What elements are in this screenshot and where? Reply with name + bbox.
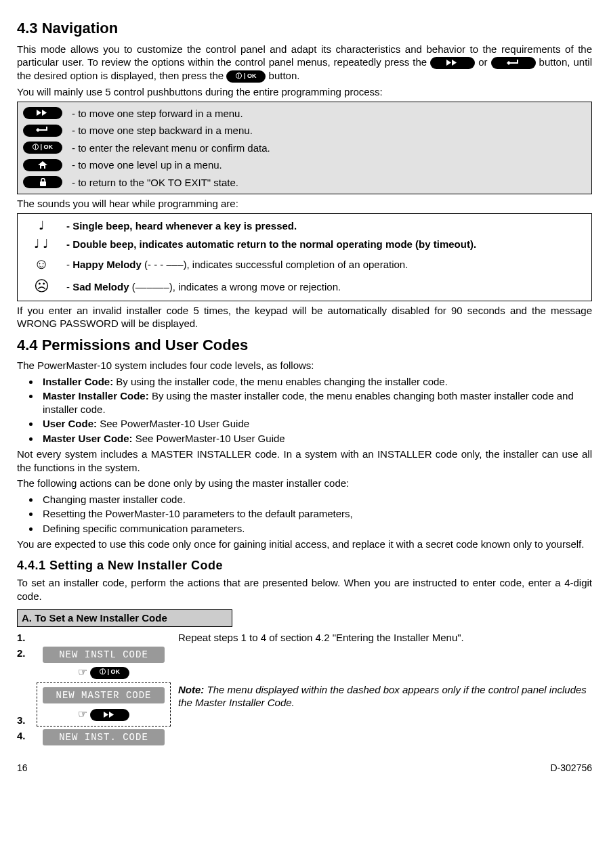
ok-button-icon: ⓘ | OK [90,667,129,679]
paragraph: This mode allows you to customize the co… [17,43,592,83]
paragraph: If you enter an invalid installer code 5… [17,304,592,330]
code-levels-list: Installer Code: By using the installer c… [17,375,592,446]
text: or [478,56,490,68]
heading-4-4: 4.4 Permissions and User Codes [17,336,592,355]
svg-rect-10 [38,129,47,131]
double-beep-icon: ♩ ♩ [23,236,60,252]
step-number: 1. [17,631,29,645]
list-item: Master Installer Code: By using the mast… [40,389,592,416]
button-desc: - to return to the "OK TO EXIT" state. [72,176,586,190]
svg-rect-5 [517,60,518,64]
svg-marker-14 [104,712,108,718]
sound-desc: - Single beep, heard whenever a key is p… [66,219,297,233]
ok-button-icon: ⓘ | OK [23,142,62,154]
master-actions-list: Changing master installer code. Resettin… [17,493,592,536]
page-footer: 16 D-302756 [17,762,592,774]
heading-4-3: 4.3 Navigation [17,19,592,39]
step-text: Repeat steps 1 to 4 of section 4.2 "Ente… [178,631,592,645]
paragraph: The PowerMaster-10 system includes four … [17,359,592,372]
step-number: 2. [17,647,29,660]
press-ok-indicator: ☞ ⓘ | OK [78,666,129,680]
button-desc: - to move one step forward in a menu. [72,107,586,121]
back-button-icon [23,125,62,137]
procedure-title: A. To Set a New Installer Code [17,609,232,627]
button-desc: - to move one level up in a menu. [72,158,586,172]
list-item: Defining specific communication paramete… [40,522,592,536]
svg-marker-7 [42,110,47,116]
paragraph: The sounds you will hear while programmi… [17,197,592,211]
ok-button-icon: ⓘ | OK [226,70,266,83]
svg-marker-12 [38,161,47,169]
lcd-display: NEW MASTER CODE [43,687,165,703]
list-item: Installer Code: By using the installer c… [40,375,592,389]
page-number: 16 [17,762,28,774]
list-item: User Code: See PowerMaster-10 User Guide [40,417,592,431]
press-forward-indicator: ☞ [78,708,129,722]
sound-desc: - Sad Melody (––––––), indicates a wrong… [66,280,341,294]
lock-button-icon [23,176,62,188]
pushbuttons-box: - to move one step forward in a menu. - … [17,102,592,195]
step-note: Note: The menu displayed within the dash… [178,683,592,710]
paragraph: You are expected to use this code only o… [17,538,592,551]
forward-button-icon [430,57,475,69]
paragraph: The following actions can be done only b… [17,477,592,490]
doc-number: D-302756 [551,762,593,774]
lcd-display: NEW INST. CODE [43,729,165,745]
happy-face-icon: ☺ [23,255,60,274]
svg-rect-13 [40,181,46,186]
home-button-icon [23,159,62,171]
text: button. [269,70,300,81]
forward-button-icon [90,709,129,721]
hand-icon: ☞ [78,708,87,722]
step-number: 3. [17,714,29,727]
svg-rect-11 [46,127,47,131]
lcd-display: NEW INSTL CODE [43,647,165,663]
list-item: Changing master installer code. [40,493,592,506]
list-item: Resetting the PowerMaster-10 parameters … [40,507,592,521]
svg-marker-1 [452,60,457,66]
paragraph: Not every system includes a MASTER INSTA… [17,448,592,474]
forward-button-icon [23,107,62,119]
sound-desc: - Double beep, indicates automatic retur… [66,238,476,251]
paragraph: To set an installer code, perform the ac… [17,576,592,603]
svg-marker-15 [109,712,114,718]
button-desc: - to move one step backward in a menu. [72,124,586,137]
single-beep-icon: ♩ [23,218,60,234]
sad-face-icon: ☹ [23,277,60,297]
svg-marker-6 [37,110,41,116]
step-number: 4. [17,729,29,743]
sound-desc: - Happy Melody (- - - –––), indicates su… [66,258,408,272]
button-desc: - to enter the relevant menu or confirm … [72,142,586,155]
svg-marker-0 [446,60,451,66]
back-button-icon [491,57,536,69]
sounds-box: ♩ - Single beep, heard whenever a key is… [17,213,592,301]
svg-rect-4 [509,62,518,64]
dashed-box: NEW MASTER CODE ☞ [37,682,171,726]
paragraph: You will mainly use 5 control pushbutton… [17,85,592,99]
list-item: Master User Code: See PowerMaster-10 Use… [40,432,592,446]
hand-icon: ☞ [78,666,87,680]
heading-4-4-1: 4.4.1 Setting a New Installer Code [17,558,592,573]
